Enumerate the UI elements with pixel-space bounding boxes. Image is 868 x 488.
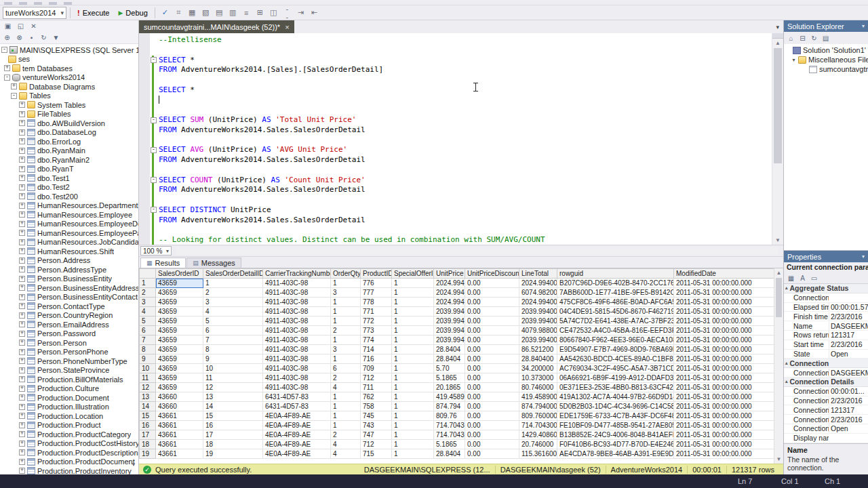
grid-cell[interactable]: 4E0A-4F89-AE	[263, 440, 331, 449]
object-explorer-item[interactable]: +Production.Illustration	[0, 403, 138, 412]
grid-cell[interactable]: 28.8404	[434, 354, 465, 364]
grid-cell[interactable]: 18	[203, 440, 263, 449]
grid-cell[interactable]: 11	[203, 373, 263, 383]
properties-title-bar[interactable]: Properties ▾	[784, 251, 868, 262]
expand-icon[interactable]: +	[19, 422, 25, 428]
object-explorer-item[interactable]: +Production.Product	[0, 421, 138, 430]
grid-cell[interactable]: 2	[331, 373, 361, 383]
grid-cell[interactable]: 1	[331, 307, 361, 317]
grid-row[interactable]: 84365984911-403C-983714128.84040.0086.52…	[140, 345, 774, 354]
comment-out-icon[interactable]: --	[281, 6, 294, 19]
editor-hscrollbar[interactable]	[176, 247, 778, 255]
grid-cell[interactable]: 0E371EE3-253E-4BB0-B813-63CF4224F972	[557, 383, 674, 392]
grid-cell[interactable]: 0.00	[465, 279, 519, 288]
object-explorer-item[interactable]: +Production.ProductDescription	[0, 448, 138, 458]
grid-cell[interactable]: 4E0A-4F89-AE	[263, 421, 331, 430]
expand-icon[interactable]: +	[19, 230, 25, 236]
expand-icon[interactable]: +	[19, 340, 25, 346]
grid-cell[interactable]: 10.373000	[519, 373, 557, 383]
editor-zoom-select[interactable]: 100 % ▾	[140, 246, 172, 256]
code-line[interactable]	[139, 75, 772, 85]
object-explorer-item[interactable]: +Person.BusinessEntity	[0, 274, 138, 284]
grid-cell[interactable]: 4E0A-4F89-AE	[263, 449, 331, 459]
grid-cell[interactable]: 1	[392, 298, 434, 307]
grid-cell[interactable]: 874.794	[434, 402, 465, 411]
grid-cell[interactable]: 2011-05-31 00:00:00.000	[674, 317, 774, 326]
object-explorer-item[interactable]: +dbo.ErrorLog	[0, 137, 138, 146]
grid-cell[interactable]: 0.00	[465, 383, 519, 392]
include-client-statistics-icon[interactable]: ▥	[226, 6, 239, 19]
grid-cell[interactable]: 115.361600	[519, 449, 557, 459]
grid-cell[interactable]: 4911-403C-98	[263, 383, 331, 392]
expand-icon[interactable]: +	[19, 166, 25, 172]
grid-row-number[interactable]: 4	[140, 307, 156, 317]
property-row[interactable]: Start time2/23/2016	[784, 340, 868, 350]
grid-cell[interactable]: 28.840400	[519, 354, 557, 364]
grid-row-number[interactable]: 18	[140, 440, 156, 449]
property-pages-icon[interactable]: ▭	[809, 273, 819, 283]
grid-cell[interactable]: 43659	[156, 307, 203, 317]
expand-icon[interactable]: +	[19, 102, 25, 108]
include-actual-plan-icon[interactable]: ▤	[213, 6, 226, 19]
grid-cell[interactable]: 6	[331, 364, 361, 373]
grid-cell[interactable]: 475CF8C6-49F6-486E-B0AD-AFC6A50CDD2F	[557, 298, 674, 307]
grid-cell[interactable]: 5.1865	[434, 440, 465, 449]
solution-explorer-item[interactable]: Solution 'Solution1' (0 proje	[784, 45, 868, 55]
results-grid[interactable]: SalesOrderIDSalesOrderDetailIDCarrierTra…	[139, 268, 783, 464]
expand-icon[interactable]: +	[19, 394, 25, 401]
grid-cell[interactable]: 2011-05-31 00:00:00.000	[674, 440, 774, 449]
grid-cell[interactable]: 1	[392, 402, 434, 411]
object-explorer-item[interactable]: +Person.BusinessEntityContact	[0, 293, 138, 302]
grid-cell[interactable]: 2	[331, 326, 361, 336]
property-row[interactable]: Rows returned121317	[784, 331, 868, 340]
grid-cell[interactable]: 714.7043	[434, 430, 465, 440]
grid-cell[interactable]: 4	[331, 383, 361, 392]
grid-row[interactable]: 64365964911-403C-98277312039.9940.004079…	[140, 326, 774, 336]
grid-cell[interactable]: 0.00	[465, 288, 519, 298]
grid-cell[interactable]: 715	[361, 449, 392, 459]
grid-cell[interactable]: 4079.988000	[519, 326, 557, 336]
grid-cell[interactable]: 714	[361, 345, 392, 354]
code-line[interactable]: -- Looking for distinct values. Distinct…	[139, 235, 772, 245]
code-line[interactable]	[139, 105, 772, 115]
grid-cell[interactable]: 2011-05-31 00:00:00.000	[674, 402, 774, 411]
grid-row-number[interactable]: 14	[140, 402, 156, 411]
grid-cell[interactable]: 2011-05-31 00:00:00.000	[674, 354, 774, 364]
grid-cell[interactable]: 709	[361, 364, 392, 373]
tab-messages[interactable]: ▤ Messages	[186, 258, 241, 268]
dock-icon[interactable]: ◱	[16, 21, 26, 30]
object-explorer-item[interactable]: +Person.EmailAddress	[0, 320, 138, 329]
grid-cell[interactable]: 2011-05-31 00:00:00.000	[674, 373, 774, 383]
expand-icon[interactable]: +	[19, 203, 25, 209]
grid-row-number[interactable]: 5	[140, 317, 156, 326]
section-collapse-icon[interactable]: ▴	[785, 285, 788, 291]
expand-icon[interactable]: +	[19, 221, 25, 227]
expand-icon[interactable]: +	[11, 83, 17, 89]
grid-cell[interactable]: 1	[331, 279, 361, 288]
expand-icon[interactable]: +	[19, 193, 25, 199]
tab-list-dropdown-icon[interactable]: ▾	[772, 20, 783, 33]
grid-row-number[interactable]: 19	[140, 449, 156, 459]
grid-cell[interactable]: 10	[203, 364, 263, 373]
grid-cell[interactable]: 4	[331, 449, 361, 459]
grid-column-header[interactable]: CarrierTrackingNumber	[263, 269, 331, 279]
grid-cell[interactable]: 2011-05-31 00:00:00.000	[674, 411, 774, 421]
property-row[interactable]: Connection start2/23/2016	[784, 415, 868, 424]
object-explorer-item[interactable]: ses	[0, 55, 138, 64]
grid-cell[interactable]: B207C96D-D9E6-402B-8470-2CC176C42283	[557, 279, 674, 288]
grid-cell[interactable]: 2011-05-31 00:00:00.000	[674, 430, 774, 440]
grid-cell[interactable]: 6074.982000	[519, 288, 557, 298]
expand-icon[interactable]: +	[19, 413, 25, 419]
grid-cell[interactable]: 0.00	[465, 411, 519, 421]
expand-icon[interactable]: +	[4, 65, 10, 71]
grid-row[interactable]: 54365954911-403C-98177212039.9940.002039…	[140, 317, 774, 326]
code-line[interactable]: FROM AdventureWorks2014.Sales.SalesOrder…	[139, 155, 772, 165]
grid-cell[interactable]: 80667840-F962-4EE3-96E0-AECA108E0D4F	[557, 336, 674, 345]
expand-icon[interactable]: +	[19, 285, 25, 291]
grid-cell[interactable]: 1	[392, 279, 434, 288]
grid-cell[interactable]: 4911-403C-98	[263, 288, 331, 298]
expand-icon[interactable]: +	[19, 138, 25, 144]
grid-cell[interactable]: 5	[203, 317, 263, 326]
results-to-file-icon[interactable]: ◫	[267, 6, 280, 19]
grid-cell[interactable]: 2011-05-31 00:00:00.000	[674, 383, 774, 392]
